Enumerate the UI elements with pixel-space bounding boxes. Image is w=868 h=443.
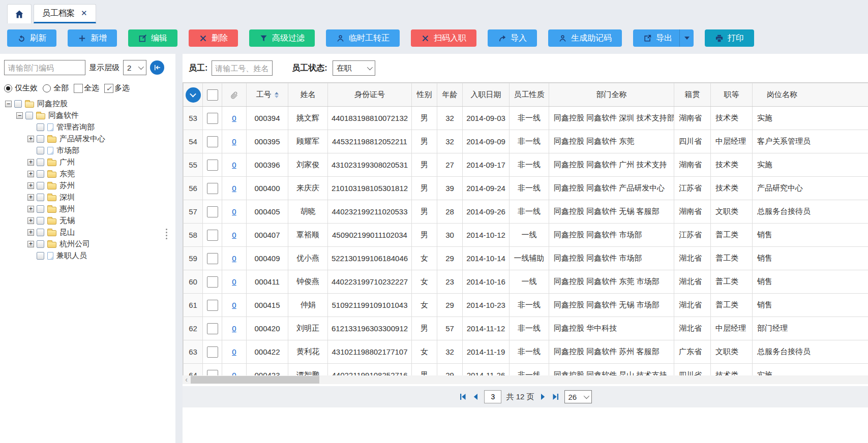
attachment-link[interactable]: 0: [232, 137, 236, 146]
checkbox-multi-select[interactable]: 多选: [104, 83, 130, 93]
expander-icon[interactable]: [27, 171, 34, 177]
import-button[interactable]: 导入: [488, 29, 537, 47]
tree-node[interactable]: 杭州公司: [4, 238, 171, 250]
expander-icon[interactable]: [27, 217, 34, 224]
scan-onboard-button[interactable]: 扫码入职: [411, 29, 476, 47]
edit-button[interactable]: 编辑: [128, 29, 177, 47]
tree-node[interactable]: 市场部: [4, 145, 171, 156]
checkbox-select-all[interactable]: 全选: [74, 83, 99, 93]
tree-node[interactable]: 深圳: [4, 192, 171, 203]
attachment-link[interactable]: 0: [232, 207, 236, 216]
horizontal-scrollbar[interactable]: ‹: [183, 375, 868, 384]
header-origin[interactable]: 籍贯: [674, 83, 711, 107]
attachment-link[interactable]: 0: [232, 231, 236, 239]
attachment-link[interactable]: 0: [232, 277, 236, 286]
attachment-link[interactable]: 0: [232, 371, 236, 375]
row-checkbox[interactable]: [207, 113, 218, 124]
page-number-input[interactable]: [484, 390, 501, 403]
table-row[interactable]: 54 0 000395 顾耀军 445321198812052211 男 32 …: [184, 130, 868, 153]
tree-node[interactable]: 广州: [4, 156, 171, 168]
header-gender[interactable]: 性别: [412, 83, 437, 107]
tree-node[interactable]: 管理咨询部: [4, 121, 171, 133]
tree-checkbox[interactable]: [37, 229, 44, 236]
row-checkbox[interactable]: [207, 253, 218, 264]
table-row[interactable]: 60 0 000411 钟俊燕 440223199710232227 女 23 …: [184, 270, 868, 294]
tree-node[interactable]: 无锡: [4, 215, 171, 227]
table-row[interactable]: 58 0 000407 覃裕顺 450902199011102034 男 30 …: [184, 224, 868, 247]
tree-node[interactable]: 产品研发中心: [4, 133, 171, 145]
expand-all-button[interactable]: [186, 87, 201, 103]
expander-icon[interactable]: [16, 112, 23, 119]
row-checkbox[interactable]: [207, 346, 218, 358]
table-row[interactable]: 63 0 000422 黄利花 431021198802177107 女 32 …: [184, 340, 868, 364]
header-grade[interactable]: 职等: [711, 83, 753, 107]
table-row[interactable]: 62 0 000420 刘明正 612133196303300912 男 57 …: [184, 317, 868, 340]
tab-employee-archive[interactable]: 员工档案 ✕: [34, 4, 96, 23]
tree-checkbox[interactable]: [37, 170, 44, 178]
row-checkbox[interactable]: [207, 276, 218, 288]
row-checkbox[interactable]: [207, 183, 218, 194]
expander-icon[interactable]: [27, 194, 34, 201]
row-checkbox[interactable]: [207, 136, 218, 147]
add-button[interactable]: 新增: [68, 29, 117, 47]
advanced-filter-button[interactable]: 高级过滤: [249, 29, 315, 47]
temp-to-regular-button[interactable]: 临时工转正: [326, 29, 400, 47]
tree-node[interactable]: 苏州: [4, 180, 171, 192]
row-checkbox[interactable]: [207, 323, 218, 334]
tree-checkbox[interactable]: [37, 147, 44, 154]
expander-icon[interactable]: [27, 182, 34, 189]
radio-all[interactable]: 全部: [43, 83, 69, 93]
tree-checkbox[interactable]: [37, 135, 44, 143]
close-icon[interactable]: ✕: [81, 9, 87, 18]
sort-icon[interactable]: [275, 92, 279, 98]
dept-code-input[interactable]: [4, 60, 85, 75]
employee-status-select[interactable]: 在职: [333, 60, 375, 76]
table-row[interactable]: 59 0 000409 优小燕 522130199106184046 女 29 …: [184, 247, 868, 270]
header-name[interactable]: 姓名: [288, 83, 328, 107]
tree-node[interactable]: 同鑫控股: [4, 98, 171, 110]
row-checkbox[interactable]: [207, 370, 218, 376]
delete-button[interactable]: 删除: [189, 29, 238, 47]
header-post[interactable]: 岗位名称: [753, 83, 868, 107]
sidebar-resize-handle[interactable]: [166, 229, 167, 239]
row-checkbox[interactable]: [207, 206, 218, 217]
tree-node[interactable]: 兼职人员: [4, 250, 171, 262]
radio-active-only[interactable]: 仅生效: [4, 83, 38, 93]
select-all-checkbox[interactable]: [207, 89, 218, 101]
table-row[interactable]: 64 0 000423 谭智鹏 440221199108252716 男 29 …: [184, 364, 868, 376]
header-idcard[interactable]: 身份证号: [328, 83, 412, 107]
collapse-sidebar-button[interactable]: [150, 60, 164, 75]
expander-icon[interactable]: [27, 241, 34, 247]
attachment-link[interactable]: 0: [232, 301, 236, 309]
export-dropdown-caret[interactable]: [679, 29, 694, 47]
generate-mnemonic-button[interactable]: 生成助记码: [548, 29, 622, 47]
prev-page-button[interactable]: [471, 393, 480, 401]
tree-checkbox[interactable]: [25, 112, 33, 119]
attachment-link[interactable]: 0: [232, 324, 236, 333]
tree-checkbox[interactable]: [37, 123, 44, 131]
row-checkbox[interactable]: [207, 230, 218, 241]
attachment-link[interactable]: 0: [232, 184, 236, 193]
tree-checkbox[interactable]: [37, 252, 44, 260]
expander-icon[interactable]: [27, 159, 34, 166]
table-row[interactable]: 57 0 000405 胡晓 440232199211020533 男 28 2…: [184, 200, 868, 224]
tree-checkbox[interactable]: [37, 194, 44, 201]
last-page-button[interactable]: [552, 393, 560, 401]
employee-search-input[interactable]: [212, 60, 273, 76]
tree-node[interactable]: 东莞: [4, 168, 171, 180]
tab-home[interactable]: [7, 4, 32, 23]
row-checkbox[interactable]: [207, 300, 218, 311]
table-row[interactable]: 56 0 000400 来庆庆 210103198105301812 男 39 …: [184, 177, 868, 200]
tree-checkbox[interactable]: [37, 205, 44, 213]
level-select[interactable]: 2: [123, 60, 146, 75]
header-nature[interactable]: 员工性质: [510, 83, 549, 107]
print-button[interactable]: 打印: [705, 29, 754, 47]
attachment-link[interactable]: 0: [232, 114, 236, 122]
expander-icon[interactable]: [27, 229, 34, 236]
tree-node[interactable]: 昆山: [4, 227, 171, 238]
scroll-left-icon[interactable]: ‹: [183, 376, 190, 384]
header-age[interactable]: 年龄: [437, 83, 463, 107]
table-row[interactable]: 55 0 000396 刘家俊 431023199308020531 男 27 …: [184, 153, 868, 177]
refresh-button[interactable]: 刷新: [7, 29, 56, 47]
attachment-link[interactable]: 0: [232, 254, 236, 263]
